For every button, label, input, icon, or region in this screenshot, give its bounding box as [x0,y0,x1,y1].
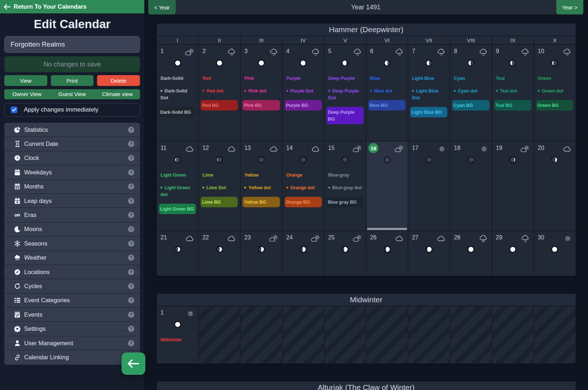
help-icon[interactable]: ? [128,212,134,218]
day-cell-8[interactable]: 8CyanCyan dotCyan BG [450,45,491,141]
event-solid[interactable]: Dark-Solid [161,75,194,82]
print-button[interactable]: Print [51,75,94,86]
day-cell-19[interactable]: 19 [492,142,534,230]
event-dot[interactable]: Lime Dot [202,184,236,191]
help-icon[interactable]: ? [128,269,134,275]
day-cell-26[interactable]: 26 [367,231,408,276]
event-dot[interactable]: Deep Purple Dot [328,87,362,101]
help-icon[interactable]: ? [128,297,134,303]
save-button[interactable]: No changes to save [4,56,140,72]
day-cell-25[interactable]: 25 [325,231,366,276]
day-cell-1[interactable]: 1Midwinter [157,306,198,363]
sidebar-item-months[interactable]: Months? [4,180,140,194]
day-cell-7[interactable]: 7Light BlueLight Blue DotLight Blue BG [408,45,449,141]
calendar-name-input[interactable] [4,36,140,53]
day-cell-23[interactable]: 23 [241,231,282,276]
help-icon[interactable]: ? [128,127,134,133]
sidebar-item-clock[interactable]: Clock? [4,151,140,165]
sidebar-item-user-management[interactable]: User Management? [4,336,140,350]
sidebar-item-moons[interactable]: Moons? [4,222,140,237]
sidebar-item-seasons[interactable]: Seasons? [4,237,140,251]
day-cell-10[interactable]: 10GreenGreen dotGreen BG [534,45,575,141]
event-dot[interactable]: Pink dot [244,87,278,94]
day-cell-27[interactable]: 27 [408,231,449,276]
day-cell-9[interactable]: 9TealTeal dotTeal BG [492,45,534,141]
day-cell-16-current[interactable]: 16 [367,142,408,230]
event-dot[interactable]: Light Blue Dot [412,87,446,101]
event-solid[interactable]: Light Blue [412,75,446,82]
help-icon[interactable]: ? [128,169,134,176]
day-cell-14[interactable]: 14OrangeOrange dotOrange BG [283,142,324,230]
sidebar-item-event-categories[interactable]: Event Categories? [4,294,140,308]
event-solid[interactable]: Lime [202,172,236,178]
day-cell-13[interactable]: 13YellowYellow dotYellow BG [241,142,282,230]
owner-view-button[interactable]: Owner View [4,89,49,99]
event-bg[interactable]: Pink BG [242,100,280,110]
help-icon[interactable]: ? [128,198,134,204]
event-bg[interactable]: Yellow BG [242,197,280,207]
help-icon[interactable]: ? [128,312,134,318]
event-solid[interactable]: Purple [286,75,320,82]
event-bg[interactable]: Red BG [201,100,238,110]
day-cell-22[interactable]: 22 [199,231,240,276]
help-icon[interactable]: ? [128,340,134,346]
event-dot[interactable]: Orange dot [286,184,320,191]
help-icon[interactable]: ? [128,183,134,190]
event-solid[interactable]: Cyan [454,75,488,82]
event-bg[interactable]: Blue BG [368,100,405,110]
day-cell-17[interactable]: 17 [408,142,449,230]
climate-view-button[interactable]: Climate view [95,89,140,99]
help-icon[interactable]: ? [128,226,134,232]
day-cell-scrollbar[interactable] [367,228,407,230]
apply-changes-checkbox[interactable] [11,107,17,113]
day-cell-5[interactable]: 5Deep PurpleDeep Purple DotDeep Purple B… [325,45,366,141]
event-dot[interactable]: Purple Dot [286,87,320,94]
sidebar-item-statistics[interactable]: Statistics? [4,123,140,137]
sidebar-item-events[interactable]: Events? [4,308,140,322]
sidebar-item-calendar-linking[interactable]: Calendar Linking? [4,350,140,364]
event-solid[interactable]: Yellow [244,172,278,178]
event-bg[interactable]: Lime BG [201,197,238,207]
event-dot[interactable]: Blue-gray dot [328,184,362,191]
return-to-calendars-link[interactable]: Return To Your Calendars [0,0,144,13]
event-solid[interactable]: Red [202,75,236,82]
previous-year-button[interactable]: < Year [148,0,176,14]
delete-button[interactable]: Delete [97,75,140,86]
sidebar-item-weather[interactable]: Weather? [4,251,140,265]
help-icon[interactable]: ? [128,141,134,147]
event-bg[interactable]: Green BG [536,100,573,110]
event-bg[interactable]: Cyan BG [452,100,489,110]
collapse-sidebar-button[interactable] [122,352,145,375]
help-icon[interactable]: ? [128,240,134,247]
event-dot[interactable]: Yellow dot [244,184,278,191]
event-solid[interactable]: Green [538,75,572,82]
event-bg[interactable]: Teal BG [494,100,531,110]
sidebar-item-weekdays[interactable]: Weekdays? [4,165,140,179]
day-cell-28[interactable]: 28 [450,231,491,276]
event-bg[interactable]: Blue gray BG [326,197,364,207]
help-icon[interactable]: ? [128,326,134,332]
sidebar-item-settings[interactable]: Settings? [4,322,140,336]
day-cell-11[interactable]: 11Light GreenLight Green dotLight Green … [157,142,198,230]
event-bg[interactable]: Light Green BG [159,204,196,214]
guest-view-button[interactable]: Guest View [49,89,95,99]
day-cell-15[interactable]: 15Blue-grayBlue-gray dotBlue gray BG [325,142,366,230]
event-dot[interactable]: Dark-Solid Dot [161,87,194,101]
day-cell-24[interactable]: 24 [283,231,324,276]
event-dot[interactable]: Cyan dot [454,87,488,94]
day-cell-29[interactable]: 29 [492,231,534,276]
day-cell-3[interactable]: 3PinkPink dotPink BG [241,45,282,141]
help-icon[interactable]: ? [128,255,134,261]
event-dot[interactable]: Teal dot [496,87,530,94]
help-icon[interactable]: ? [128,283,134,289]
event-dot[interactable]: Light Green dot [161,184,194,198]
event-dot[interactable]: Blue dot [370,87,404,94]
event-solid[interactable]: Blue [370,75,404,82]
event-dot[interactable]: Green dot [538,87,572,94]
event-solid[interactable]: Blue-gray [328,172,362,178]
day-cell-12[interactable]: 12LimeLime DotLime BG [199,142,240,230]
event-solid[interactable]: Light Green [161,172,194,178]
event-solid[interactable]: Midwinter [161,336,194,343]
sidebar-item-eras[interactable]: Eras? [4,208,140,222]
day-cell-1[interactable]: 1Dark-SolidDark-Solid DotDark-Solid BG [157,45,198,141]
